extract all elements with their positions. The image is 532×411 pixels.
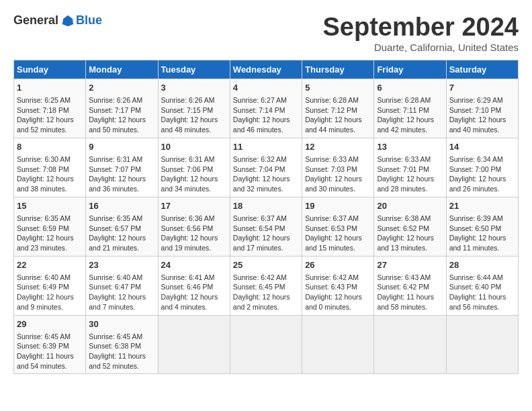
- calendar-cell: 19Sunrise: 6:37 AMSunset: 6:53 PMDayligh…: [302, 197, 374, 256]
- sunset-text: Sunset: 7:15 PM: [161, 106, 214, 114]
- sunset-text: Sunset: 6:38 PM: [89, 342, 141, 350]
- day-number: 30: [89, 318, 154, 330]
- month-title: September 2024: [323, 13, 519, 42]
- daylight-text: Daylight: 12 hours and 15 minutes.: [305, 234, 362, 252]
- calendar-cell: 8Sunrise: 6:30 AMSunset: 7:08 PMDaylight…: [14, 138, 86, 197]
- calendar-cell: 17Sunrise: 6:36 AMSunset: 6:56 PMDayligh…: [158, 197, 230, 256]
- calendar-cell: 5Sunrise: 6:28 AMSunset: 7:12 PMDaylight…: [302, 79, 374, 138]
- sunset-text: Sunset: 7:14 PM: [233, 106, 285, 114]
- sunset-text: Sunset: 7:07 PM: [89, 165, 141, 173]
- sunrise-text: Sunrise: 6:37 AM: [233, 214, 287, 222]
- daylight-text: Daylight: 12 hours and 36 minutes.: [89, 175, 146, 193]
- daylight-text: Daylight: 12 hours and 13 minutes.: [377, 234, 434, 252]
- calendar-cell: 27Sunrise: 6:43 AMSunset: 6:42 PMDayligh…: [374, 256, 446, 315]
- sunset-text: Sunset: 7:17 PM: [89, 106, 141, 114]
- day-number: 24: [161, 259, 227, 271]
- day-number: 5: [305, 82, 371, 94]
- sunset-text: Sunset: 7:06 PM: [161, 165, 214, 173]
- day-number: 12: [305, 141, 371, 153]
- logo: General Blue: [13, 13, 102, 28]
- sunrise-text: Sunrise: 6:30 AM: [17, 155, 71, 163]
- logo-icon: [61, 14, 75, 28]
- calendar-cell: 7Sunrise: 6:29 AMSunset: 7:10 PMDaylight…: [446, 79, 518, 138]
- daylight-text: Daylight: 12 hours and 42 minutes.: [377, 116, 434, 134]
- day-number: 3: [161, 82, 227, 94]
- daylight-text: Daylight: 12 hours and 26 minutes.: [449, 175, 506, 193]
- calendar-cell: 12Sunrise: 6:33 AMSunset: 7:03 PMDayligh…: [302, 138, 374, 197]
- sunrise-text: Sunrise: 6:36 AM: [161, 214, 215, 222]
- daylight-text: Daylight: 12 hours and 17 minutes.: [233, 234, 290, 252]
- calendar-cell: 1Sunrise: 6:25 AMSunset: 7:18 PMDaylight…: [14, 79, 86, 138]
- daylight-text: Daylight: 11 hours and 58 minutes.: [377, 293, 434, 311]
- col-header-tuesday: Tuesday: [158, 60, 230, 79]
- sunrise-text: Sunrise: 6:40 AM: [17, 273, 71, 281]
- sunset-text: Sunset: 7:11 PM: [377, 106, 429, 114]
- sunset-text: Sunset: 6:47 PM: [89, 283, 141, 291]
- day-number: 27: [377, 259, 443, 271]
- title-area: September 2024 Duarte, California, Unite…: [323, 13, 519, 53]
- sunrise-text: Sunrise: 6:43 AM: [377, 273, 431, 281]
- calendar-cell: 18Sunrise: 6:37 AMSunset: 6:54 PMDayligh…: [230, 197, 302, 256]
- day-number: 14: [449, 141, 515, 153]
- sunrise-text: Sunrise: 6:28 AM: [305, 96, 359, 104]
- calendar-week-row: 8Sunrise: 6:30 AMSunset: 7:08 PMDaylight…: [14, 138, 519, 197]
- calendar-cell: 11Sunrise: 6:32 AMSunset: 7:04 PMDayligh…: [230, 138, 302, 197]
- sunset-text: Sunset: 7:12 PM: [305, 106, 357, 114]
- calendar-cell: 29Sunrise: 6:45 AMSunset: 6:39 PMDayligh…: [14, 315, 86, 374]
- daylight-text: Daylight: 12 hours and 48 minutes.: [161, 116, 218, 134]
- sunrise-text: Sunrise: 6:31 AM: [161, 155, 215, 163]
- col-header-monday: Monday: [86, 60, 158, 79]
- day-number: 4: [233, 82, 299, 94]
- sunrise-text: Sunrise: 6:32 AM: [233, 155, 287, 163]
- col-header-sunday: Sunday: [14, 60, 86, 79]
- sunrise-text: Sunrise: 6:37 AM: [305, 214, 359, 222]
- sunrise-text: Sunrise: 6:45 AM: [17, 332, 71, 340]
- calendar-cell: 3Sunrise: 6:26 AMSunset: 7:15 PMDaylight…: [158, 79, 230, 138]
- daylight-text: Daylight: 12 hours and 19 minutes.: [161, 234, 218, 252]
- daylight-text: Daylight: 11 hours and 56 minutes.: [449, 293, 506, 311]
- daylight-text: Daylight: 12 hours and 21 minutes.: [89, 234, 146, 252]
- sunrise-text: Sunrise: 6:34 AM: [449, 155, 503, 163]
- calendar-cell: 2Sunrise: 6:26 AMSunset: 7:17 PMDaylight…: [86, 79, 158, 138]
- sunrise-text: Sunrise: 6:31 AM: [89, 155, 142, 163]
- calendar-cell: 23Sunrise: 6:40 AMSunset: 6:47 PMDayligh…: [86, 256, 158, 315]
- sunset-text: Sunset: 7:18 PM: [17, 106, 69, 114]
- sunrise-text: Sunrise: 6:42 AM: [233, 273, 287, 281]
- day-number: 7: [449, 82, 515, 94]
- day-number: 6: [377, 82, 443, 94]
- day-number: 8: [17, 141, 83, 153]
- day-number: 22: [17, 259, 83, 271]
- day-number: 28: [449, 259, 515, 271]
- calendar-week-row: 22Sunrise: 6:40 AMSunset: 6:49 PMDayligh…: [14, 256, 519, 315]
- sunset-text: Sunset: 6:40 PM: [449, 283, 502, 291]
- day-number: 10: [161, 141, 227, 153]
- daylight-text: Daylight: 12 hours and 50 minutes.: [89, 116, 146, 134]
- daylight-text: Daylight: 12 hours and 44 minutes.: [305, 116, 362, 134]
- calendar-cell: 26Sunrise: 6:42 AMSunset: 6:43 PMDayligh…: [302, 256, 374, 315]
- daylight-text: Daylight: 12 hours and 34 minutes.: [161, 175, 218, 193]
- day-number: 23: [89, 259, 154, 271]
- calendar-cell: 22Sunrise: 6:40 AMSunset: 6:49 PMDayligh…: [14, 256, 86, 315]
- calendar-week-row: 15Sunrise: 6:35 AMSunset: 6:59 PMDayligh…: [14, 197, 519, 256]
- daylight-text: Daylight: 12 hours and 28 minutes.: [377, 175, 434, 193]
- sunrise-text: Sunrise: 6:38 AM: [377, 214, 431, 222]
- calendar-cell: [230, 315, 302, 374]
- day-number: 15: [17, 200, 83, 212]
- daylight-text: Daylight: 12 hours and 40 minutes.: [449, 116, 506, 134]
- calendar-cell: [158, 315, 230, 374]
- calendar-cell: 28Sunrise: 6:44 AMSunset: 6:40 PMDayligh…: [446, 256, 518, 315]
- calendar-cell: 14Sunrise: 6:34 AMSunset: 7:00 PMDayligh…: [446, 138, 518, 197]
- daylight-text: Daylight: 12 hours and 32 minutes.: [233, 175, 290, 193]
- day-number: 19: [305, 200, 371, 212]
- sunset-text: Sunset: 7:03 PM: [305, 165, 357, 173]
- page-header: General Blue September 2024 Duarte, Cali…: [13, 13, 519, 53]
- sunrise-text: Sunrise: 6:42 AM: [305, 273, 359, 281]
- day-number: 16: [89, 200, 154, 212]
- daylight-text: Daylight: 11 hours and 54 minutes.: [17, 352, 74, 370]
- daylight-text: Daylight: 12 hours and 52 minutes.: [17, 116, 74, 134]
- col-header-thursday: Thursday: [302, 60, 374, 79]
- daylight-text: Daylight: 12 hours and 4 minutes.: [161, 293, 218, 311]
- sunset-text: Sunset: 6:49 PM: [17, 283, 69, 291]
- sunrise-text: Sunrise: 6:35 AM: [89, 214, 142, 222]
- sunrise-text: Sunrise: 6:28 AM: [377, 96, 431, 104]
